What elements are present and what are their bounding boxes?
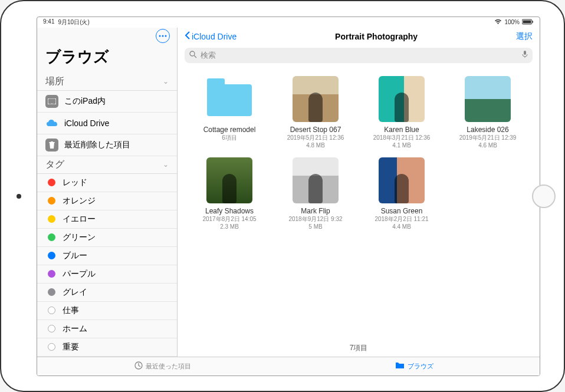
file-item[interactable]: Karen Blue2018年3月21日 12:364.1 MB <box>362 76 442 149</box>
svg-point-8 <box>190 51 195 56</box>
battery-percent: 100% <box>504 19 520 25</box>
tag-label: オレンジ <box>63 196 96 206</box>
svg-point-3 <box>159 35 161 37</box>
item-name: Susan Green <box>381 207 423 215</box>
photo-thumbnail <box>465 76 511 122</box>
svg-point-4 <box>162 35 164 37</box>
tag-item[interactable]: ブルー <box>37 247 177 265</box>
tag-label: 仕事 <box>63 305 79 316</box>
main-panel: iCloud Drive Portrait Photography 選択 検索 <box>178 28 540 357</box>
tag-color-dot <box>48 233 55 241</box>
svg-line-9 <box>194 55 196 58</box>
tag-item[interactable]: レッド <box>37 174 177 192</box>
item-name: Karen Blue <box>384 126 419 134</box>
item-meta-date: 2018年3月21日 12:36 <box>373 134 431 141</box>
tag-color-dot <box>48 270 55 278</box>
svg-rect-2 <box>533 21 534 22</box>
tag-item[interactable]: グレイ <box>37 284 177 302</box>
tag-color-dot <box>48 343 55 351</box>
item-meta-date: 2018年2月2日 11:21 <box>375 215 428 223</box>
file-item[interactable]: Lakeside 0262019年5月21日 12:394.6 MB <box>448 76 528 149</box>
item-meta-size: 4.1 MB <box>392 141 411 149</box>
battery-icon <box>522 19 534 26</box>
status-time: 9:41 <box>43 18 54 27</box>
svg-rect-1 <box>523 20 531 23</box>
tag-item[interactable]: 重要 <box>37 338 177 357</box>
tag-color-dot <box>48 179 55 186</box>
tags-header[interactable]: タグ ⌄ <box>37 156 177 174</box>
file-item[interactable]: Susan Green2018年2月2日 11:214.4 MB <box>362 157 442 230</box>
item-meta-date: 6項目 <box>222 134 237 141</box>
item-name: Mark Flip <box>301 207 330 215</box>
tag-item[interactable]: ホーム <box>37 320 177 338</box>
search-icon <box>189 51 197 60</box>
svg-point-7 <box>51 103 52 103</box>
folder-icon <box>206 76 252 122</box>
tag-color-dot <box>48 252 55 259</box>
item-meta-date: 2018年9月12日 9:32 <box>288 215 342 223</box>
tag-color-dot <box>48 307 55 314</box>
photo-thumbnail <box>206 157 252 203</box>
tag-item[interactable]: パープル <box>37 265 177 284</box>
photo-thumbnail <box>293 76 339 122</box>
chevron-down-icon: ⌄ <box>163 77 169 85</box>
tag-label: グレイ <box>63 287 87 298</box>
item-meta-size: 5 MB <box>308 223 322 230</box>
tab-browse[interactable]: ブラウズ <box>288 357 540 375</box>
folder-icon <box>395 362 405 370</box>
tab-recents[interactable]: 最近使った項目 <box>37 357 288 375</box>
chevron-left-icon <box>185 31 190 41</box>
location-icloud-drive[interactable]: iCloud Drive <box>37 113 177 134</box>
wifi-icon <box>494 19 502 26</box>
item-meta-date: 2019年5月21日 12:36 <box>287 134 344 141</box>
clock-icon <box>134 361 143 371</box>
item-meta-size: 2.3 MB <box>220 223 239 230</box>
item-name: Desert Stop 067 <box>290 126 341 134</box>
svg-rect-10 <box>524 51 526 55</box>
sidebar-title: ブラウズ <box>37 44 177 73</box>
ipad-icon <box>45 95 58 108</box>
trash-icon <box>45 139 58 151</box>
tag-item[interactable]: オレンジ <box>37 192 177 210</box>
back-button[interactable]: iCloud Drive <box>185 31 236 41</box>
home-button[interactable] <box>532 185 556 208</box>
tag-label: レッド <box>63 177 87 188</box>
file-item[interactable]: Desert Stop 0672019年5月21日 12:364.8 MB <box>275 76 356 149</box>
tag-color-dot <box>48 325 55 332</box>
tag-label: 重要 <box>63 342 79 353</box>
file-item[interactable]: Mark Flip2018年9月12日 9:325 MB <box>275 157 356 230</box>
photo-thumbnail <box>293 157 339 203</box>
select-button[interactable]: 選択 <box>516 31 533 42</box>
tag-color-dot <box>48 215 55 223</box>
folder-item[interactable]: Cottage remodel6項目 <box>189 76 270 149</box>
search-input[interactable]: 検索 <box>185 48 533 63</box>
tag-label: ホーム <box>63 324 87 334</box>
tag-item[interactable]: グリーン <box>37 229 177 247</box>
tab-bar: 最近使った項目 ブラウズ <box>37 357 540 375</box>
tag-item[interactable]: イエロー <box>37 210 177 229</box>
tag-color-dot <box>48 288 55 296</box>
tag-item[interactable]: 仕事 <box>37 302 177 320</box>
search-placeholder: 検索 <box>201 50 216 61</box>
more-button[interactable] <box>156 29 170 43</box>
status-bar: 9:41 9月10日(火) 100% <box>37 17 540 28</box>
item-name: Leafy Shadows <box>205 207 254 215</box>
item-meta-size: 4.4 MB <box>392 223 411 230</box>
photo-thumbnail <box>379 76 425 122</box>
sidebar: ブラウズ 場所 ⌄ このiPad内 iCloud Drive <box>37 28 178 357</box>
locations-header[interactable]: 場所 ⌄ <box>37 73 177 91</box>
item-count: 7項目 <box>178 340 540 357</box>
microphone-icon[interactable] <box>522 50 528 60</box>
location-recently-deleted[interactable]: 最近削除した項目 <box>37 134 177 156</box>
file-item[interactable]: Leafy Shadows2017年8月2日 14:052.3 MB <box>189 157 270 230</box>
location-on-ipad[interactable]: このiPad内 <box>37 91 177 113</box>
photo-thumbnail <box>379 157 425 203</box>
chevron-down-icon: ⌄ <box>163 160 169 169</box>
svg-point-5 <box>165 35 167 37</box>
item-meta-date: 2017年8月2日 14:05 <box>202 215 256 223</box>
folder-title: Portrait Photography <box>335 32 418 41</box>
tag-color-dot <box>48 197 55 205</box>
item-meta-size: 4.8 MB <box>306 141 325 149</box>
tag-label: グリーン <box>63 232 96 243</box>
item-meta-size: 4.6 MB <box>478 141 497 149</box>
